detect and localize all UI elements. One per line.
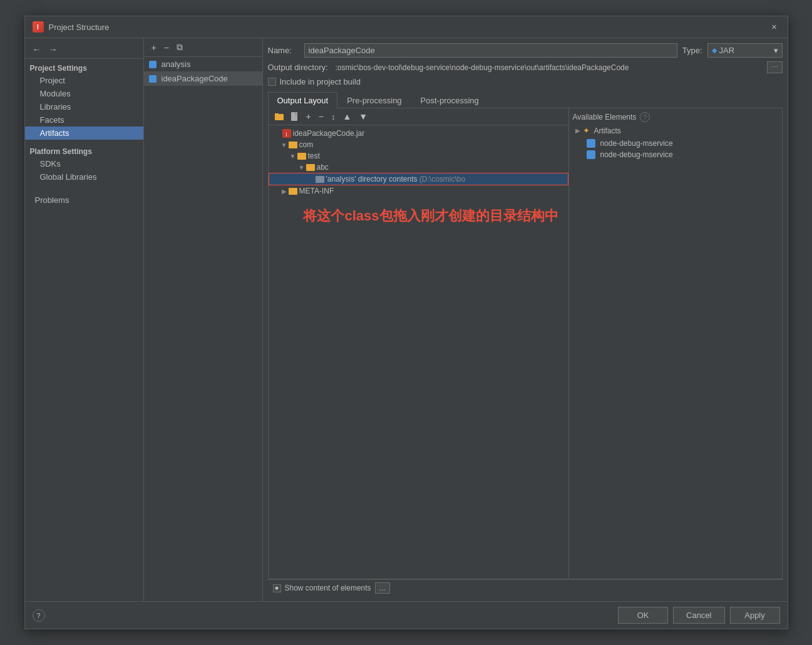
tree-label-abc: abc: [317, 163, 329, 172]
artifact-item-analysis[interactable]: analysis: [144, 57, 262, 71]
sidebar-item-project[interactable]: Project: [25, 74, 143, 87]
available-artifacts-section: ▶ ✦ Artifacts: [573, 125, 778, 137]
title-bar: I Project Structure ×: [25, 16, 788, 38]
tree-label-meta-inf: META-INF: [299, 187, 334, 195]
copy-artifact-button[interactable]: ⧉: [174, 41, 185, 54]
output-directory-label: Output directory:: [268, 63, 331, 72]
cancel-button[interactable]: Cancel: [673, 607, 724, 624]
annotation-text: 将这个class包拖入刚才创建的目录结构中: [269, 197, 568, 225]
show-content-label: Show content of elements: [285, 584, 371, 592]
middle-area: + − ⧉ analysis ideaPackageCode Name:: [144, 38, 788, 601]
sidebar-item-libraries[interactable]: Libraries: [25, 100, 143, 113]
available-help-icon[interactable]: ?: [640, 112, 650, 122]
layout-file-button[interactable]: [289, 111, 301, 122]
artifacts-expand-arrow[interactable]: ▶: [575, 127, 580, 134]
layout-remove-button[interactable]: −: [316, 110, 326, 123]
sidebar-item-artifacts[interactable]: Artifacts: [25, 126, 143, 140]
tab-post-processing[interactable]: Post-processing: [411, 92, 488, 108]
artifact-module-icon: [149, 61, 157, 68]
output-browse-button[interactable]: ⋯: [767, 61, 783, 73]
artifacts-star-icon: ✦: [583, 126, 590, 135]
layout-folder-button[interactable]: [272, 111, 286, 122]
sidebar: ← → Project Settings Project Modules Lib…: [25, 38, 144, 601]
name-input[interactable]: [304, 43, 677, 58]
output-layout-area: + − ↕ ▲ ▼ j ideaPackag: [268, 108, 783, 579]
tree-label-jar: ideaPackageCode.jar: [293, 129, 365, 138]
tree-label-test: test: [308, 152, 320, 160]
sidebar-item-global-libraries[interactable]: Global Libraries: [25, 170, 143, 183]
type-value: JAR: [719, 46, 735, 55]
platform-settings-label: Platform Settings: [25, 145, 143, 157]
sidebar-item-facets[interactable]: Facets: [25, 113, 143, 126]
tree-item-meta-inf[interactable]: ▶ META-INF: [269, 185, 568, 197]
type-select[interactable]: ◆ JAR ▾: [707, 43, 783, 58]
project-structure-dialog: I Project Structure × ← → Project Settin…: [24, 16, 788, 629]
remove-artifact-button[interactable]: −: [162, 41, 172, 54]
tree-item-jar[interactable]: j ideaPackageCode.jar: [269, 128, 568, 139]
content-area: ← → Project Settings Project Modules Lib…: [25, 38, 788, 601]
tree-item-abc[interactable]: ▼ abc: [269, 162, 568, 173]
tab-pre-processing[interactable]: Pre-processing: [337, 92, 411, 108]
layout-up-button[interactable]: ▲: [340, 110, 354, 123]
layout-add-button[interactable]: +: [304, 110, 314, 123]
tree-toggle-com[interactable]: ▼: [280, 142, 289, 148]
available-mservice2-label: node-debug-mservice: [600, 150, 673, 159]
tab-output-layout[interactable]: Output Layout: [268, 92, 338, 108]
artifact-item-ideapackagecode[interactable]: ideaPackageCode: [144, 71, 262, 86]
artifact-label-ideapackagecode: ideaPackageCode: [162, 74, 228, 83]
available-elements-panel: Available Elements ? ▶ ✦ Artifacts: [569, 108, 782, 579]
forward-button[interactable]: →: [46, 43, 60, 56]
ellipsis-button[interactable]: ...: [375, 582, 390, 594]
layout-panel: + − ↕ ▲ ▼ j ideaPackag: [269, 108, 569, 579]
available-mservice1-label: node-debug-mservice: [600, 139, 673, 148]
artifact-toolbar: + − ⧉: [144, 38, 262, 57]
show-content-checkbox[interactable]: ■: [273, 584, 281, 592]
title-bar-left: I Project Structure: [33, 21, 110, 33]
type-dropdown-icon[interactable]: ▾: [774, 46, 778, 55]
tree-toggle-test[interactable]: ▼: [289, 153, 297, 160]
module-icon-mservice1: [587, 139, 595, 148]
close-button[interactable]: ×: [769, 21, 780, 33]
available-artifacts-item[interactable]: ▶ ✦ Artifacts: [573, 125, 778, 137]
include-label: Include in project build: [280, 77, 361, 86]
svg-rect-1: [275, 113, 279, 115]
available-mservice2-item[interactable]: node-debug-mservice: [573, 149, 778, 160]
layout-sort-button[interactable]: ↕: [329, 111, 338, 123]
svg-rect-2: [291, 112, 297, 121]
name-label: Name:: [268, 46, 299, 55]
right-panel: Name: Type: ◆ JAR ▾ Output directory: :o…: [263, 38, 788, 601]
footer-left: ?: [33, 607, 614, 624]
apply-button[interactable]: Apply: [730, 607, 780, 624]
available-mservice1-item[interactable]: node-debug-mservice: [573, 138, 778, 149]
sidebar-nav: ← →: [25, 41, 143, 59]
problems-section: Problems: [25, 194, 143, 207]
include-row: Include in project build: [268, 77, 783, 86]
output-directory-row: Output directory: :osmic\bos-dev-tool\de…: [268, 61, 783, 73]
add-artifact-button[interactable]: +: [149, 41, 159, 54]
layout-down-button[interactable]: ▼: [356, 110, 370, 123]
folder-icon-test: [297, 153, 306, 160]
sidebar-item-sdks[interactable]: SDKs: [25, 157, 143, 170]
artifact-selected-icon: [149, 75, 157, 83]
app-icon: I: [33, 21, 44, 33]
folder-icon-com: [289, 142, 297, 148]
help-button[interactable]: ?: [33, 609, 45, 622]
tree-toggle-abc[interactable]: ▼: [297, 164, 306, 171]
sidebar-item-modules[interactable]: Modules: [25, 87, 143, 100]
artifact-label-analysis: analysis: [162, 59, 191, 69]
platform-settings-section: Platform Settings SDKs Global Libraries: [25, 145, 143, 183]
dialog-footer: ? OK Cancel Apply: [25, 601, 788, 629]
name-row: Name: Type: ◆ JAR ▾: [268, 43, 783, 58]
back-button[interactable]: ←: [30, 43, 44, 56]
tree-toggle-meta-inf[interactable]: ▶: [280, 188, 289, 195]
ok-button[interactable]: OK: [618, 607, 668, 624]
type-label: Type:: [682, 46, 702, 55]
include-checkbox[interactable]: [268, 78, 276, 86]
sidebar-item-problems[interactable]: Problems: [25, 194, 143, 207]
tree-item-com[interactable]: ▼ com: [269, 139, 568, 150]
tree-item-test[interactable]: ▼ test: [269, 150, 568, 162]
tree-item-analysis-contents[interactable]: 'analysis' directory contents (D:\cosmic…: [269, 173, 568, 185]
show-content-row: ■ Show content of elements ...: [273, 582, 390, 594]
folder-icon-meta-inf: [289, 188, 297, 195]
layout-toolbar: + − ↕ ▲ ▼: [269, 108, 568, 125]
